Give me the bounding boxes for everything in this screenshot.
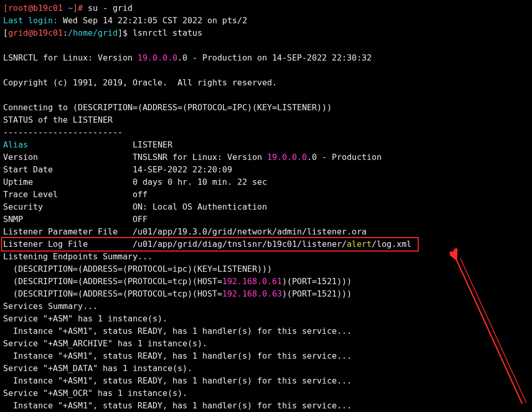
command-text: lsnrctl status <box>132 28 202 38</box>
field-key: Listener Log File <box>3 239 88 249</box>
line-prompt-root: [root@b19c01 ~]# su - grid <box>3 3 132 13</box>
field-value: LISTENER <box>132 140 172 150</box>
line-svc3-inst: Instance "+ASM1", status READY, has 1 ha… <box>3 376 352 386</box>
field-value: 0 days 0 hr. 10 min. 22 sec <box>132 177 267 187</box>
field-key: Uptime <box>3 177 33 187</box>
line-endpoint-2: (DESCRIPTION=(ADDRESS=(PROTOCOL=tcp)(HOS… <box>3 276 352 286</box>
line-startdate: Start Date 14-SEP-2022 22:20:09 <box>3 165 232 174</box>
line-endpoint-1: (DESCRIPTION=(ADDRESS=(PROTOCOL=ipc)(KEY… <box>3 264 272 274</box>
line-security: Security ON: Local OS Authentication <box>3 202 267 212</box>
last-login-label: Last login: <box>3 16 58 25</box>
line-status-title: STATUS of the LISTENER <box>3 115 113 125</box>
field-post: /log.xml <box>372 239 412 249</box>
field-key: Alias <box>3 140 28 150</box>
field-value: OFF <box>132 214 147 224</box>
line-endpoints-title: Listening Endpoints Summary... <box>3 252 153 261</box>
line-snmp: SNMP OFF <box>3 214 147 224</box>
field-pre: /u01/app/grid/diag/tnslsnr/b19c01/listen… <box>132 239 346 249</box>
field-key: Trace Level <box>3 189 58 199</box>
ep-pre: (DESCRIPTION=(ADDRESS=(PROTOCOL=tcp)(HOS… <box>3 276 222 286</box>
prompt-bracket: [ <box>3 3 8 13</box>
prompt-user: root@b19c01 <box>8 3 68 13</box>
field-pre: TNSLSNR for Linux: Version <box>132 152 267 162</box>
line-logfile-highlighted: Listener Log File /u01/app/grid/diag/tns… <box>1 237 419 252</box>
line-last-login: Last login: Wed Sep 14 22:21:05 CST 2022… <box>3 16 247 25</box>
terminal-output[interactable]: [root@b19c01 ~]# su - grid Last login: W… <box>0 0 532 412</box>
prompt-bracket: [ <box>3 28 8 38</box>
ep-pre: (DESCRIPTION=(ADDRESS=(PROTOCOL=tcp)(HOS… <box>3 289 222 299</box>
line-svc1: Service "+ASM" has 1 instance(s). <box>3 314 168 323</box>
line-version: Version TNSLSNR for Linux: Version 19.0.… <box>3 152 382 162</box>
prompt-path: ~ <box>68 3 73 13</box>
ep-post: )(PORT=1521))) <box>282 276 352 286</box>
prompt-close: ]# <box>73 3 88 13</box>
line-alias: Alias LISTENER <box>3 140 173 150</box>
line-svc4: Service "+ASM_OCR" has 1 instance(s). <box>3 388 187 398</box>
header-pre: LSNRCTL for Linux: Version <box>3 53 138 63</box>
line-svc4-inst: Instance "+ASM1", status READY, has 1 ha… <box>3 401 352 410</box>
field-value: 14-SEP-2022 22:20:09 <box>132 165 232 174</box>
prompt-user: grid@b19c01 <box>8 28 63 38</box>
field-key: Security <box>3 202 43 212</box>
field-post: .0 - Production <box>307 152 382 162</box>
header-post: .0 - Production on 14-SEP-2022 22:30:32 <box>177 53 372 63</box>
line-services-title: Services Summary... <box>3 301 98 311</box>
line-copyright: Copyright (c) 1991, 2019, Oracle. All ri… <box>3 78 277 87</box>
command-text: su - grid <box>88 3 133 13</box>
field-value: off <box>132 189 147 199</box>
prompt-path: /home/grid <box>68 28 117 38</box>
line-prompt-grid: [grid@b19c01:/home/grid]$ lsnrctl status <box>3 28 202 38</box>
field-version: 19.0.0.0 <box>267 152 307 162</box>
line-endpoint-3: (DESCRIPTION=(ADDRESS=(PROTOCOL=tcp)(HOS… <box>3 289 352 299</box>
prompt-close: ]$ <box>118 28 133 38</box>
field-key: Start Date <box>3 165 53 174</box>
line-dashes: ------------------------ <box>3 127 123 137</box>
line-svc2-inst: Instance "+ASM1", status READY, has 1 ha… <box>3 351 352 361</box>
ep-ip: 192.168.0.63 <box>222 289 282 299</box>
field-key: SNMP <box>3 214 23 224</box>
line-connecting: Connecting to (DESCRIPTION=(ADDRESS=(PRO… <box>3 102 332 112</box>
line-svc3: Service "+ASM_DATA" has 1 instance(s). <box>3 363 192 373</box>
ep-ip: 192.168.0.61 <box>222 276 282 286</box>
field-key: Listener Parameter File <box>3 227 123 237</box>
line-svc1-inst: Instance "+ASM1", status READY, has 1 ha… <box>3 326 352 336</box>
field-key: Version <box>3 152 38 162</box>
header-version: 19.0.0.0 <box>138 53 177 63</box>
last-login-value: Wed Sep 14 22:21:05 CST 2022 on pts/2 <box>58 16 247 25</box>
field-value: ON: Local OS Authentication <box>132 202 267 212</box>
ep-post: )(PORT=1521))) <box>282 289 352 299</box>
line-header: LSNRCTL for Linux: Version 19.0.0.0.0 - … <box>3 53 372 63</box>
field-alert: alert <box>347 239 372 249</box>
line-svc2: Service "+ASM_ARCHIVE" has 1 instance(s)… <box>3 339 207 348</box>
line-trace: Trace Level off <box>3 189 147 199</box>
prompt-sep: : <box>63 28 68 38</box>
line-paramfile: Listener Parameter File /u01/app/19.3.0/… <box>3 227 367 237</box>
field-value: /u01/app/19.3.0/grid/network/admin/liste… <box>132 227 367 237</box>
line-uptime: Uptime 0 days 0 hr. 10 min. 22 sec <box>3 177 267 187</box>
